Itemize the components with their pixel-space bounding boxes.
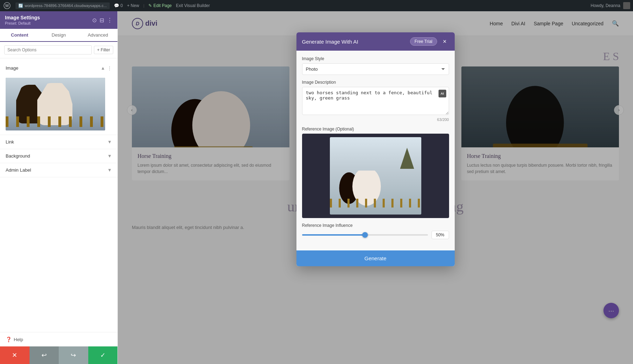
admin-bar-user: Howdy, Deanna xyxy=(591,2,631,9)
ref-fence xyxy=(330,199,421,207)
reference-image-display xyxy=(302,134,449,218)
image-description-label: Image Description xyxy=(302,80,449,85)
admin-label-title: Admin Label xyxy=(6,167,31,173)
settings-panel-preset: Preset: Default xyxy=(5,21,40,25)
save-button[interactable]: ✓ xyxy=(88,346,118,364)
settings-panel: Image Settings Preset: Default ⊙ ⊟ ⋮ Con… xyxy=(0,11,118,364)
fullscreen-icon[interactable]: ⊙ xyxy=(92,17,97,24)
settings-panel-icons: ⊙ ⊟ ⋮ xyxy=(92,17,113,24)
image-section-title: Image xyxy=(6,65,18,71)
collapse-icon[interactable]: ▲ xyxy=(101,65,105,71)
generate-button[interactable]: Generate xyxy=(296,250,455,266)
link-expand-icon[interactable]: ▼ xyxy=(107,139,112,145)
cancel-button[interactable]: ✕ xyxy=(0,346,30,364)
settings-panel-header: Image Settings Preset: Default ⊙ ⊟ ⋮ xyxy=(0,11,117,29)
image-preview-area xyxy=(0,75,117,135)
user-avatar xyxy=(623,2,630,9)
background-section-header[interactable]: Background ▼ xyxy=(0,149,117,163)
image-section-header[interactable]: Image ▲ ⋮ xyxy=(0,61,117,75)
image-section: Image ▲ ⋮ xyxy=(0,61,117,135)
svg-text:W: W xyxy=(5,4,9,8)
undo-button[interactable]: ↩ xyxy=(30,346,59,364)
redo-button[interactable]: ↪ xyxy=(59,346,88,364)
link-section-title: Link xyxy=(6,139,14,145)
main-content: D divi Home Divi AI Sample Page Uncatego… xyxy=(118,11,633,364)
help-icon: ❓ xyxy=(6,337,12,342)
help-section: ❓ Help xyxy=(0,332,117,346)
help-label[interactable]: Help xyxy=(14,337,23,342)
slider-track xyxy=(302,234,428,236)
settings-panel-title: Image Settings xyxy=(5,15,40,20)
admin-bar: W 🔄 wordpress-784896-3766464.cloudwaysap… xyxy=(0,0,633,11)
action-buttons: ✕ ↩ ↪ ✓ xyxy=(0,346,117,364)
free-trial-badge[interactable]: Free Trial xyxy=(410,37,437,46)
image-thumbnail xyxy=(6,78,105,130)
search-bar: + Filter xyxy=(0,42,117,58)
background-section-title: Background xyxy=(6,153,30,159)
reference-image-group: Reference Image (Optional) xyxy=(302,127,449,218)
influence-slider-container: 50% xyxy=(302,231,449,239)
wp-logo-icon[interactable]: W xyxy=(3,1,11,10)
image-style-select[interactable]: PhotoIllustrationPaintingSketch xyxy=(302,63,449,75)
fence xyxy=(6,116,105,127)
reference-horse-image xyxy=(330,137,421,215)
admin-label-section-header[interactable]: Admin Label ▼ xyxy=(0,163,117,177)
edit-page-link[interactable]: ✎ Edit Page xyxy=(148,3,172,8)
reference-influence-group: Reference Image Influence 50% xyxy=(302,223,449,239)
horse-preview-image xyxy=(6,78,105,130)
slider-thumb[interactable] xyxy=(362,232,368,238)
exit-builder-link[interactable]: Exit Visual Builder xyxy=(176,3,210,8)
background-section: Background ▼ xyxy=(0,149,117,163)
filter-button[interactable]: + Filter xyxy=(94,46,113,54)
modal-close-button[interactable]: × xyxy=(441,37,449,46)
tab-advanced[interactable]: Advanced xyxy=(78,29,117,41)
tab-content[interactable]: Content xyxy=(0,29,39,42)
image-description-group: Image Description two horses standing ne… xyxy=(302,80,449,122)
site-url[interactable]: 🔄 wordpress-784896-3766464.cloudwaysapps… xyxy=(15,2,110,9)
char-count: 63/200 xyxy=(302,117,449,122)
image-style-group: Image Style PhotoIllustrationPaintingSke… xyxy=(302,56,449,75)
settings-tabs: Content Design Advanced xyxy=(0,29,117,42)
more-icon[interactable]: ⋮ xyxy=(107,17,113,24)
slider-fill xyxy=(302,234,365,236)
bg-expand-icon[interactable]: ▼ xyxy=(107,153,112,159)
reference-influence-label: Reference Image Influence xyxy=(302,223,449,228)
image-style-label: Image Style xyxy=(302,56,449,61)
slider-value: 50% xyxy=(431,231,449,239)
comments-count[interactable]: 💬 0 xyxy=(114,3,123,8)
admin-expand-icon[interactable]: ▼ xyxy=(107,167,112,173)
admin-label-section: Admin Label ▼ xyxy=(0,163,117,177)
settings-content: Image ▲ ⋮ Link xyxy=(0,58,117,332)
modal-body: Image Style PhotoIllustrationPaintingSke… xyxy=(296,51,455,250)
section-more-icon[interactable]: ⋮ xyxy=(107,65,112,71)
split-icon[interactable]: ⊟ xyxy=(100,17,104,24)
new-button[interactable]: + New xyxy=(127,3,139,8)
description-wrapper: two horses standing next to a fence, bea… xyxy=(302,87,449,116)
link-section-header[interactable]: Link ▼ xyxy=(0,135,117,149)
tab-design[interactable]: Design xyxy=(39,29,78,41)
generate-image-modal: Generate Image With AI Free Trial × Imag… xyxy=(296,32,455,266)
ai-badge-icon: AI xyxy=(439,90,446,97)
ref-background xyxy=(330,137,421,215)
modal-header: Generate Image With AI Free Trial × xyxy=(296,32,455,51)
modal-title: Generate Image With AI xyxy=(302,39,358,45)
link-section: Link ▼ xyxy=(0,135,117,149)
search-input[interactable] xyxy=(4,45,92,55)
ref-tree xyxy=(400,148,414,169)
reference-image-label: Reference Image (Optional) xyxy=(302,127,449,132)
image-description-input[interactable]: two horses standing next to a fence, bea… xyxy=(302,87,449,115)
